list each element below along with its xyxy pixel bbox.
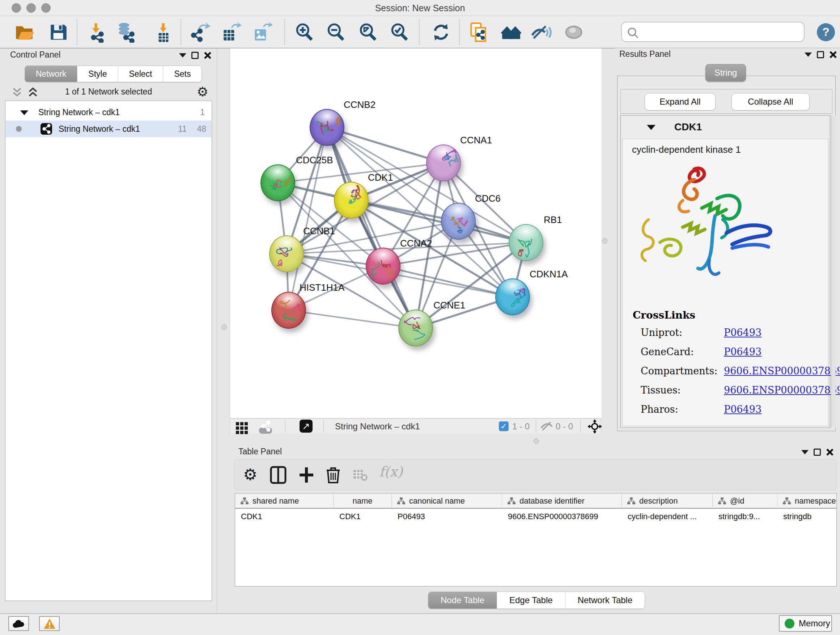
tab-select[interactable]: Select [118,66,163,82]
close-panel-icon[interactable] [829,51,837,59]
node-cdc6[interactable] [441,203,476,240]
memory-button[interactable]: Memory [779,615,832,632]
crosslink-label: Tissues: [633,385,724,396]
node-cdk1[interactable] [334,182,369,219]
hidden-eye-icon[interactable] [540,421,554,433]
network-collection-row[interactable]: String Network – cdk1 1 [6,104,211,120]
float-panel-icon[interactable] [805,52,812,57]
right-splitter-handle[interactable] [602,238,607,244]
table-row[interactable]: CDK1CDK1P064939606.ENSP00000378699cyclin… [235,509,837,524]
copy-network-icon[interactable] [468,22,489,43]
zoom-out-icon[interactable] [325,22,346,43]
cell-description[interactable]: cyclin-dependent ... [622,509,713,524]
crosslink-link[interactable]: 9606.ENSP00000378699 [724,365,840,377]
export-table-icon[interactable] [221,22,242,43]
node-rb1[interactable] [508,224,543,261]
crosslink-link[interactable]: 9606.ENSP00000378699 [724,385,840,396]
node-ccne1[interactable] [398,310,433,347]
cell-canonical-name[interactable]: P06493 [392,509,502,524]
crosslink-link[interactable]: P06493 [724,404,761,415]
show-columns-icon[interactable] [270,466,286,486]
node-ccnb2[interactable] [309,109,344,146]
add-column-icon[interactable] [298,466,315,486]
results-scrollbar[interactable] [831,116,836,428]
export-image-icon[interactable] [252,22,273,43]
protein-ribbon-thumbnail [261,165,296,202]
network-type-icon[interactable] [259,428,272,434]
control-panel-tabs: NetworkStyleSelectSets [25,65,202,82]
protein-header[interactable]: CDK1 [621,116,830,139]
selected-nodes-checkbox[interactable]: ✓ [499,421,508,431]
cell--id[interactable]: stringdb:9... [713,509,777,524]
help-button[interactable]: ? [817,23,835,41]
protein-ribbon-thumbnail [442,203,477,241]
tab-string[interactable]: String [706,64,746,81]
tab-network[interactable]: Network [25,66,77,82]
tab-network-table[interactable]: Network Table [565,592,645,608]
horizontal-splitter-handle[interactable] [534,439,539,444]
home-network-icon[interactable] [501,22,522,43]
left-splitter-handle[interactable] [221,325,227,330]
float-panel-icon[interactable] [801,450,808,454]
network-selected-status: 1 of 1 Network selected [5,87,212,97]
node-ccna1[interactable] [426,144,461,181]
table-settings-gear-icon[interactable]: ⚙ [243,466,257,483]
column-header-canonical-name[interactable]: canonical name [392,494,502,509]
node-cdc25b[interactable] [261,165,295,201]
close-panel-icon[interactable] [204,51,212,59]
network-row[interactable]: String Network – cdk1 11 48 [6,120,211,137]
zoom-fit-icon[interactable] [357,22,378,43]
cell-database-identifier[interactable]: 9606.ENSP00000378699 [502,509,622,524]
crosslink-link[interactable]: P06493 [724,327,761,338]
column-header-database-identifier[interactable]: database identifier [502,494,622,509]
cell-shared-name[interactable]: CDK1 [235,509,333,524]
refresh-icon[interactable] [431,22,452,43]
column-header-namespace[interactable]: namespace [777,494,837,509]
column-header-name[interactable]: name [333,494,392,509]
network-canvas[interactable]: CCNB2CCNA1CDC25BCDK1CDC6RB1CCNB1CCNA2CDK… [230,49,602,418]
tab-edge-table[interactable]: Edge Table [497,592,565,608]
warning-button[interactable] [39,616,60,631]
maximize-panel-icon[interactable] [817,51,824,58]
import-network-database-icon[interactable] [115,22,136,43]
collapse-all-button[interactable]: Collapse All [731,93,810,111]
search-input[interactable] [642,24,801,40]
network-options-gear-icon[interactable]: ⚙ [197,85,208,99]
selection-mode-icon[interactable] [587,419,602,435]
cell-name[interactable]: CDK1 [333,509,392,524]
cloud-button[interactable] [8,616,29,631]
node-hist1h1a[interactable] [271,292,306,329]
node-ccna2[interactable] [366,248,401,285]
collapse-section-icon[interactable] [647,125,655,130]
maximize-panel-icon[interactable] [191,52,199,59]
collection-expander-icon[interactable] [20,111,28,115]
close-panel-icon[interactable] [826,448,834,456]
export-network-icon[interactable] [190,22,211,43]
tab-style[interactable]: Style [77,66,118,82]
open-session-icon[interactable] [14,22,35,43]
delete-column-icon[interactable] [325,466,341,486]
column-header--id[interactable]: @id [713,494,777,509]
node-ccnb1[interactable] [269,235,304,272]
show-hidden-eye-icon[interactable] [563,22,584,43]
tab-node-table[interactable]: Node Table [428,592,497,608]
maximize-panel-icon[interactable] [813,448,821,456]
import-table-file-icon[interactable] [153,22,174,43]
import-network-file-icon[interactable] [85,22,106,43]
crosslink-row: Pharos:P06493 [633,404,840,415]
zoom-in-icon[interactable] [294,22,315,43]
toolbar-divider [419,19,420,45]
column-header-description[interactable]: description [622,494,713,509]
save-session-icon[interactable] [48,22,69,43]
network-grid-icon[interactable] [236,422,248,434]
hide-selected-icon[interactable] [531,22,552,43]
expand-all-button[interactable]: Expand All [645,93,715,111]
cell-namespace[interactable]: stringdb [777,509,837,524]
birds-eye-view-icon[interactable]: ↗ [300,420,313,432]
column-header-shared-name[interactable]: shared name [235,494,333,509]
node-cdkn1a[interactable] [495,279,530,315]
float-panel-icon[interactable] [179,53,186,57]
zoom-selected-icon[interactable] [389,22,410,43]
tab-sets[interactable]: Sets [163,66,202,82]
crosslink-link[interactable]: P06493 [724,346,761,357]
